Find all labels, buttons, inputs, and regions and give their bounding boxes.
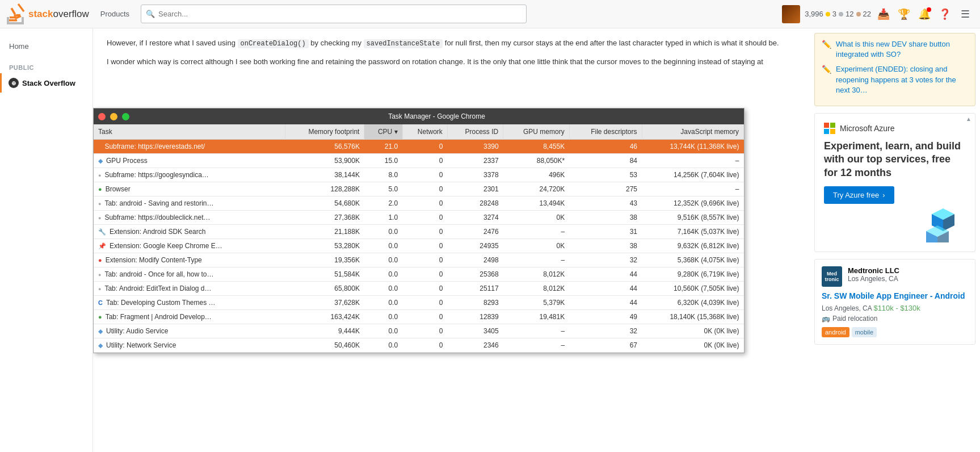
task-network: 0 <box>402 296 447 310</box>
task-gpu-mem: – <box>503 338 570 353</box>
so-logo-icon <box>7 3 25 25</box>
task-gpu-mem: 13,494K <box>503 196 570 211</box>
company-logo: Medtronic <box>822 266 842 287</box>
task-gpu-mem: 19,481K <box>503 310 570 324</box>
task-row-icon: ● <box>98 256 102 264</box>
job-relocation: 🚌 Paid relocation <box>822 315 968 323</box>
table-row[interactable]: ● Tab: android - Saving and restorin… 54… <box>94 196 744 211</box>
task-gpu-mem: 8,012K <box>503 267 570 282</box>
col-js-memory[interactable]: JavaScript memory <box>642 124 743 140</box>
nav-products[interactable]: Products <box>96 7 134 20</box>
table-row[interactable]: ◆ GPU Process 53,900K 15.0 0 2337 88,050… <box>94 154 744 168</box>
azure-company-name: Microsoft Azure <box>840 124 894 133</box>
notifications-icon[interactable]: 🔔 <box>916 6 932 22</box>
task-network: 0 <box>402 196 447 211</box>
search-input[interactable] <box>158 10 521 18</box>
task-network: 0 <box>402 267 447 282</box>
card-link-2[interactable]: Experiment (ENDED): closing and reopenin… <box>836 64 968 95</box>
company-name: Medtronic LLC <box>848 266 899 275</box>
task-cpu: 1.0 <box>364 211 402 225</box>
task-memory: 21,188K <box>285 225 364 239</box>
avatar[interactable] <box>782 5 800 23</box>
table-row[interactable]: ◆ Utility: Audio Service 9,444K 0.0 0 34… <box>94 324 744 338</box>
col-cpu[interactable]: CPU ▾ <box>364 124 402 140</box>
task-js-mem: 9,516K (8,557K live) <box>642 211 743 225</box>
achievements-icon[interactable]: 🏆 <box>896 6 912 22</box>
article-para1: However, if I restore what I saved using… <box>107 37 796 49</box>
table-row[interactable]: ● Subframe: https://everestads.net/ 56,5… <box>94 140 744 154</box>
azure-ad-card: ▲ Microsoft Azure Experiment, learn, and… <box>814 113 975 252</box>
task-row-name: Tab: Fragment | Android Develop… <box>106 313 212 321</box>
table-row[interactable]: ◆ Utility: Network Service 50,460K 0.0 0… <box>94 338 744 353</box>
task-row-name: Utility: Audio Service <box>106 327 168 335</box>
col-file-descriptors[interactable]: File descriptors <box>569 124 642 140</box>
task-cpu: 0.0 <box>364 310 402 324</box>
task-fd: 46 <box>569 140 642 154</box>
so-header: stackoverflow Products 🔍 3,996 3 12 22 📥… <box>0 0 980 28</box>
task-row-icon: C <box>98 299 103 307</box>
task-pid: 25117 <box>447 282 503 296</box>
task-fd: 275 <box>569 182 642 196</box>
window-minimize-btn[interactable] <box>110 113 117 120</box>
task-memory: 37,628K <box>285 296 364 310</box>
table-row[interactable]: 🔧 Extension: Android SDK Search 21,188K … <box>94 225 744 239</box>
task-network: 0 <box>402 168 447 182</box>
task-cpu: 15.0 <box>364 154 402 168</box>
pencil-icon-1: ✏️ <box>822 40 831 60</box>
table-header-row: Task Memory footprint CPU ▾ Network Proc… <box>94 124 744 140</box>
help-icon[interactable]: ❓ <box>937 6 953 22</box>
task-gpu-mem: 8,012K <box>503 282 570 296</box>
col-memory[interactable]: Memory footprint <box>285 124 364 140</box>
window-maximize-btn[interactable] <box>122 113 129 120</box>
table-row[interactable]: ● Tab: Fragment | Android Develop… 163,4… <box>94 310 744 324</box>
task-js-mem: 13,744K (11,368K live) <box>642 140 743 154</box>
task-fd: 31 <box>569 225 642 239</box>
col-process-id[interactable]: Process ID <box>447 124 503 140</box>
so-logo-text: stackoverflow <box>28 9 89 20</box>
table-row[interactable]: 📌 Extension: Google Keep Chrome E… 53,28… <box>94 239 744 253</box>
task-fd: 44 <box>569 282 642 296</box>
card-link-1[interactable]: What is this new DEV share button integr… <box>836 39 968 60</box>
col-gpu-memory[interactable]: GPU memory <box>503 124 570 140</box>
so-logo[interactable]: stackoverflow <box>7 3 89 25</box>
notification-badge <box>927 7 931 12</box>
job-card: Medtronic Medtronic LLC Los Angeles, CA … <box>814 259 975 345</box>
card-item-1: ✏️ What is this new DEV share button int… <box>822 39 968 60</box>
table-row[interactable]: ● Subframe: https://doubleclick.net… 27,… <box>94 211 744 225</box>
svg-rect-1 <box>830 123 835 128</box>
task-memory: 128,288K <box>285 182 364 196</box>
task-gpu-mem: – <box>503 225 570 239</box>
col-network[interactable]: Network <box>402 124 447 140</box>
task-cpu: 0.0 <box>364 225 402 239</box>
col-task[interactable]: Task <box>94 124 285 140</box>
inbox-icon[interactable]: 📥 <box>876 6 891 22</box>
table-row[interactable]: ● Tab: Android: EditText in Dialog d… 65… <box>94 282 744 296</box>
task-name-cell: ● Tab: Android: EditText in Dialog d… <box>94 282 285 295</box>
task-gpu-mem: 8,455K <box>503 140 570 154</box>
task-js-mem: 6,320K (4,039K live) <box>642 296 743 310</box>
task-name-cell: ● Tab: Fragment | Android Develop… <box>94 310 285 324</box>
task-name-cell: ● Tab: android - Saving and restorin… <box>94 196 285 210</box>
job-title[interactable]: Sr. SW Mobile App Engineer - Android <box>822 291 968 300</box>
sidebar-item-stackoverflow[interactable]: ⊕ Stack Overflow <box>0 73 92 93</box>
table-row[interactable]: ● Tab: android - Once for all, how to… 5… <box>94 267 744 282</box>
notification-card: ✏️ What is this new DEV share button int… <box>814 33 975 106</box>
task-row-name: Utility: Network Service <box>106 341 176 349</box>
azure-cta-btn[interactable]: Try Azure free › <box>824 186 894 204</box>
task-row-icon: ● <box>98 185 102 193</box>
job-tag-mobile[interactable]: mobile <box>852 327 877 337</box>
table-row[interactable]: ● Subframe: https://googlesyndica… 38,14… <box>94 168 744 182</box>
task-memory: 19,356K <box>285 253 364 267</box>
table-row[interactable]: ● Browser 128,288K 5.0 0 2301 24,720K 27… <box>94 182 744 196</box>
sidebar-section-public: PUBLIC <box>0 55 92 73</box>
job-tag-android[interactable]: android <box>822 327 849 337</box>
table-row[interactable]: ● Extension: Modify Content-Type 19,356K… <box>94 253 744 267</box>
task-row-name: Browser <box>106 185 131 193</box>
table-row[interactable]: C Tab: Developing Custom Themes … 37,628… <box>94 296 744 310</box>
sidebar-item-home[interactable]: Home <box>0 37 92 55</box>
window-close-btn[interactable] <box>98 113 106 120</box>
search-bar[interactable]: 🔍 <box>141 5 527 23</box>
menu-icon[interactable]: ☰ <box>957 6 973 22</box>
task-memory: 56,576K <box>285 140 364 154</box>
task-js-mem: 9,632K (6,812K live) <box>642 239 743 253</box>
